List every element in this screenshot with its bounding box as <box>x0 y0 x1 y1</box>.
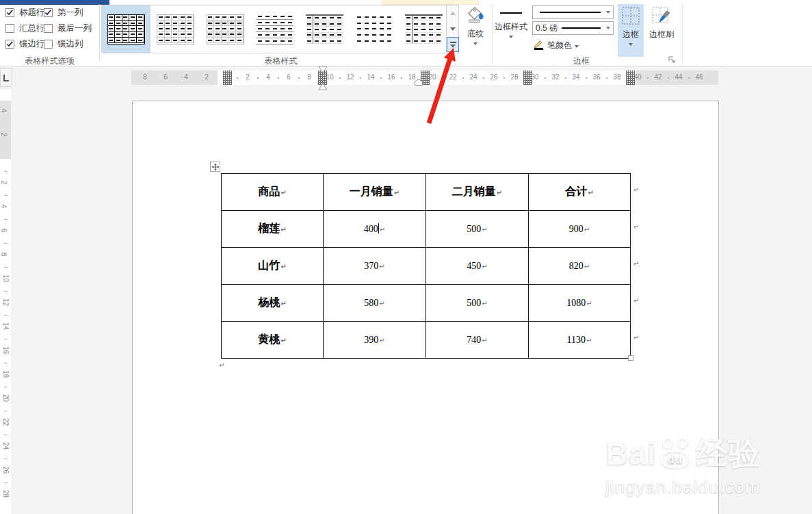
checkbox-镶边行[interactable]: 镶边行 <box>5 38 45 49</box>
text-cursor <box>378 223 379 233</box>
table-cell[interactable]: 450↵ <box>426 248 529 285</box>
ruler-number: 2 <box>246 73 250 81</box>
active-tab-accent <box>0 0 109 5</box>
cell-paragraph-mark: ↵ <box>588 189 593 196</box>
chevron-down-icon <box>509 36 513 38</box>
table-cell[interactable]: 740↵ <box>426 322 529 359</box>
table-cell[interactable]: 580↵ <box>324 285 426 322</box>
word-window: 标题行汇总行镶边行 第一列最后一列镶边列 表格样式选项 <box>0 0 812 514</box>
ruler-number: 38 <box>613 73 620 81</box>
border-painter-button[interactable]: 边框刷 <box>646 4 677 57</box>
ruler-number: 8 <box>143 73 147 81</box>
table-cell[interactable]: 500↵ <box>426 211 529 248</box>
tab-stop-selector[interactable] <box>0 68 12 87</box>
table-style-thumbnail-6[interactable] <box>350 5 399 53</box>
svg-text:du: du <box>667 453 683 466</box>
table-cell[interactable]: 榴莲↵ <box>222 211 324 248</box>
checkbox-镶边列[interactable]: 镶边列 <box>44 38 83 49</box>
checkbox-icon <box>5 40 14 49</box>
table-cell[interactable]: 500↵ <box>426 285 529 322</box>
ruler-number: 2 <box>0 133 8 137</box>
gallery-scroll-down-icon[interactable] <box>447 21 459 37</box>
cell-paragraph-mark: ↵ <box>280 337 286 344</box>
ruler-number: 6 <box>0 229 8 233</box>
table-cell[interactable]: 山竹↵ <box>222 248 324 285</box>
header-cell[interactable]: 一月销量↵ <box>324 174 426 211</box>
table-column-marker[interactable] <box>223 70 232 85</box>
pen-weight-combo[interactable]: 0.5 磅 <box>532 21 614 35</box>
column-resize-marker[interactable] <box>318 66 328 90</box>
ruler-number: 36 <box>592 73 600 81</box>
paw-icon: du <box>657 436 696 472</box>
border-styles-button[interactable]: 边框样式 <box>494 8 528 38</box>
ruler-number: 10 <box>2 274 10 282</box>
ruler-number: 12 <box>2 298 10 306</box>
table-resize-handle[interactable] <box>628 355 633 361</box>
borders-button[interactable]: 边框 <box>618 4 644 57</box>
table-cell[interactable]: 370↵ <box>324 248 426 285</box>
checkbox-汇总行[interactable]: 汇总行 <box>5 23 45 34</box>
chevron-down-icon <box>473 42 477 45</box>
ruler-number: 12 <box>346 73 354 81</box>
table-style-thumbnail-4[interactable] <box>250 5 300 53</box>
ruler-number: 46 <box>695 73 703 81</box>
checkbox-标题行[interactable]: 标题行 <box>5 7 45 18</box>
pen-color-button[interactable]: 笔颜色 <box>533 38 579 52</box>
ruler-number: 8 <box>0 253 8 257</box>
ruler-number: 28 <box>2 490 10 498</box>
watermark-brand: Bai <box>605 435 657 472</box>
ruler-number: 26 <box>490 73 497 81</box>
group-label-borders: 边框 <box>520 55 643 67</box>
watermark-url: jingyan.baidu.com <box>605 476 811 498</box>
ruler-number: 6 <box>287 73 291 81</box>
table-cell[interactable]: 杨桃↵ <box>222 285 324 322</box>
borders-grid-icon <box>622 7 640 27</box>
table-cell[interactable]: 400↵ <box>324 211 426 248</box>
cell-paragraph-mark: ↵ <box>482 226 487 233</box>
ruler-number: 44 <box>675 73 682 81</box>
checkbox-label: 最后一列 <box>57 23 92 34</box>
borders-dialog-launcher-icon[interactable] <box>668 55 677 64</box>
table-column-marker[interactable] <box>626 70 635 85</box>
ruler-number: 2 <box>0 181 8 185</box>
checkbox-最后一列[interactable]: 最后一列 <box>44 23 92 34</box>
line-sample <box>562 27 601 29</box>
ruler-number: 26 <box>2 466 10 474</box>
table-cell[interactable]: 900↵ <box>529 211 631 248</box>
header-cell[interactable]: 合计↵ <box>529 174 631 211</box>
table-cell[interactable]: 820↵ <box>529 248 631 285</box>
table-cell[interactable]: 1130↵ <box>529 322 631 359</box>
chevron-down-icon <box>606 27 610 29</box>
baidu-jingyan-watermark: Bai du 经验 jingyan.baidu.com <box>605 433 811 498</box>
table-style-thumbnail-1[interactable] <box>101 5 150 53</box>
ruler-number: 2 <box>205 73 209 81</box>
table-row: 榴莲↵400↵500↵900↵ <box>222 211 631 248</box>
table-row: 山竹↵370↵450↵820↵ <box>222 248 631 285</box>
end-of-row-mark: ↵ <box>633 186 639 194</box>
gallery-scroll-up-icon[interactable] <box>447 5 459 21</box>
checkbox-icon <box>44 8 53 17</box>
table-style-thumbnail-2[interactable] <box>151 5 200 53</box>
ruler-number: 20 <box>2 394 10 402</box>
table-style-thumbnail-3[interactable] <box>200 5 250 53</box>
border-painter-icon <box>652 7 671 27</box>
chevron-down-icon <box>575 45 579 48</box>
header-cell[interactable]: 商品↵ <box>222 174 324 211</box>
line-style-icon <box>500 12 522 14</box>
table-cell[interactable]: 黄桃↵ <box>222 322 324 359</box>
checkbox-第一列[interactable]: 第一列 <box>44 7 83 18</box>
header-cell[interactable]: 二月销量↵ <box>426 174 529 211</box>
table-cell[interactable]: 390↵ <box>324 322 426 359</box>
ruler-number: 14 <box>367 73 374 81</box>
table-style-thumbnail-5[interactable] <box>300 5 349 53</box>
group-label-style-options: 表格样式选项 <box>0 55 99 67</box>
ruler-number: 34 <box>572 73 579 81</box>
pen-line-style-combo[interactable] <box>532 5 614 19</box>
table-cell[interactable]: 1080↵ <box>529 285 631 322</box>
watermark-suffix: 经验 <box>696 433 761 475</box>
ruler-number: 24 <box>2 442 10 450</box>
move-arrows-icon <box>211 163 220 171</box>
cell-paragraph-mark: ↵ <box>379 263 384 270</box>
table-move-handle[interactable] <box>210 162 220 172</box>
table-column-marker[interactable] <box>523 70 532 85</box>
